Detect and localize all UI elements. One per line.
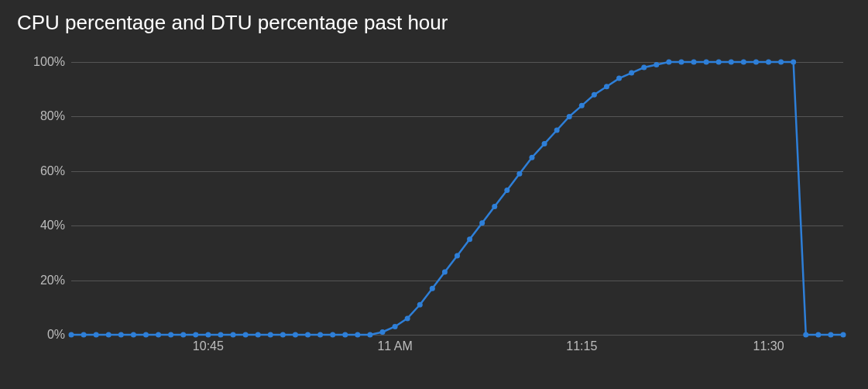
- data-point[interactable]: [168, 332, 173, 338]
- data-point[interactable]: [828, 332, 833, 338]
- data-point[interactable]: [803, 332, 808, 338]
- data-point[interactable]: [704, 60, 709, 65]
- data-point[interactable]: [492, 204, 497, 209]
- data-point[interactable]: [180, 332, 186, 338]
- data-point[interactable]: [355, 332, 360, 338]
- data-point[interactable]: [280, 332, 286, 338]
- data-point[interactable]: [567, 114, 572, 119]
- data-point[interactable]: [504, 188, 509, 193]
- y-tick-label: 60%: [40, 164, 71, 178]
- x-tick-label: 11:30: [753, 335, 784, 353]
- chart-plot[interactable]: 0%20%40%60%80%100%10:4511 AM11:1511:30: [71, 62, 843, 335]
- data-point[interactable]: [317, 332, 323, 338]
- y-tick-label: 40%: [40, 219, 71, 232]
- data-point[interactable]: [778, 60, 784, 65]
- data-point[interactable]: [342, 332, 348, 338]
- data-point[interactable]: [367, 332, 372, 338]
- data-point[interactable]: [380, 329, 386, 335]
- chart-area: 0%20%40%60%80%100%10:4511 AM11:1511:30: [17, 46, 851, 358]
- data-point[interactable]: [106, 332, 112, 338]
- data-point[interactable]: [268, 332, 273, 338]
- data-point[interactable]: [791, 60, 796, 65]
- data-point[interactable]: [231, 332, 236, 338]
- data-point[interactable]: [405, 315, 410, 321]
- data-point[interactable]: [193, 332, 198, 338]
- data-point[interactable]: [218, 332, 223, 338]
- y-tick-label: 0%: [47, 328, 71, 342]
- data-point[interactable]: [579, 103, 585, 108]
- y-tick-label: 80%: [40, 109, 71, 123]
- data-point[interactable]: [529, 155, 534, 160]
- data-point[interactable]: [629, 71, 634, 76]
- metrics-panel: CPU percentage and DTU percentage past h…: [0, 0, 868, 389]
- data-point[interactable]: [766, 60, 771, 65]
- data-point[interactable]: [666, 60, 671, 65]
- data-point[interactable]: [417, 302, 423, 308]
- data-point[interactable]: [94, 332, 99, 338]
- data-point[interactable]: [243, 332, 249, 338]
- data-point[interactable]: [156, 332, 161, 338]
- data-point[interactable]: [516, 171, 522, 177]
- data-point[interactable]: [118, 332, 124, 338]
- data-point[interactable]: [430, 286, 435, 291]
- data-point[interactable]: [815, 332, 821, 338]
- data-point[interactable]: [592, 92, 597, 98]
- data-point[interactable]: [131, 332, 136, 338]
- line-series: [71, 62, 843, 335]
- data-point[interactable]: [455, 253, 460, 258]
- data-point[interactable]: [716, 60, 722, 65]
- data-point[interactable]: [305, 332, 310, 338]
- data-point[interactable]: [467, 236, 472, 242]
- data-point[interactable]: [654, 62, 659, 67]
- data-point[interactable]: [442, 270, 448, 275]
- data-point[interactable]: [479, 220, 485, 225]
- data-point[interactable]: [753, 60, 759, 65]
- data-point[interactable]: [81, 332, 87, 338]
- data-point[interactable]: [293, 332, 298, 338]
- x-tick-label: 10:45: [193, 335, 224, 353]
- data-point[interactable]: [678, 60, 684, 65]
- x-tick-label: 11:15: [566, 335, 597, 353]
- data-point[interactable]: [554, 128, 560, 133]
- data-point[interactable]: [542, 141, 547, 146]
- data-point[interactable]: [729, 60, 734, 65]
- data-point[interactable]: [604, 84, 609, 89]
- data-point[interactable]: [205, 332, 211, 338]
- data-point[interactable]: [691, 60, 697, 65]
- data-point[interactable]: [616, 76, 622, 81]
- data-point[interactable]: [641, 65, 647, 71]
- data-point[interactable]: [841, 332, 846, 338]
- data-point[interactable]: [143, 332, 149, 338]
- data-point[interactable]: [330, 332, 335, 338]
- data-point[interactable]: [741, 60, 746, 65]
- y-tick-label: 100%: [33, 55, 71, 69]
- data-point[interactable]: [69, 332, 74, 338]
- x-tick-label: 11 AM: [377, 335, 412, 353]
- data-point[interactable]: [393, 324, 398, 329]
- data-point[interactable]: [256, 332, 261, 338]
- y-tick-label: 20%: [40, 274, 71, 287]
- chart-title: CPU percentage and DTU percentage past h…: [0, 0, 868, 35]
